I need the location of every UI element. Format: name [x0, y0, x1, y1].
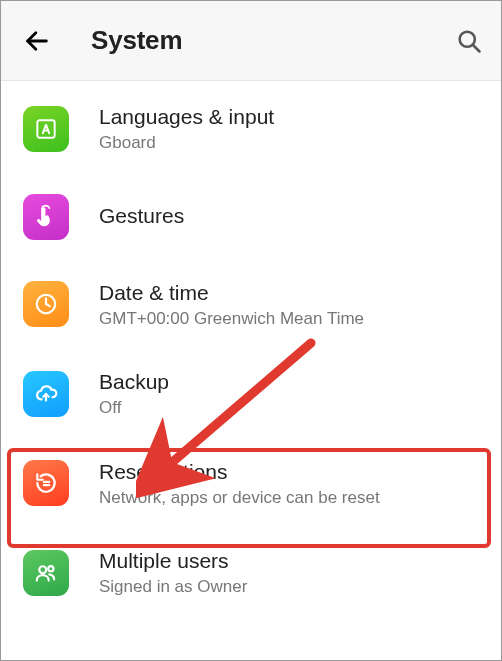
clock-icon [23, 281, 69, 327]
settings-item-date-time[interactable]: Date & time GMT+00:00 Greenwich Mean Tim… [1, 260, 501, 350]
search-button[interactable] [455, 27, 483, 55]
item-title: Multiple users [99, 548, 483, 574]
item-subtitle: GMT+00:00 Greenwich Mean Time [99, 308, 483, 329]
item-text: Backup Off [99, 369, 483, 419]
item-text: Reset options Network, apps or device ca… [99, 459, 483, 509]
settings-item-reset-options[interactable]: Reset options Network, apps or device ca… [1, 439, 501, 529]
settings-item-languages[interactable]: Languages & input Gboard [1, 84, 501, 174]
svg-rect-3 [37, 120, 54, 137]
item-subtitle: Network, apps or device can be reset [99, 487, 483, 508]
item-title: Date & time [99, 280, 483, 306]
item-title: Gestures [99, 203, 483, 229]
back-button[interactable] [23, 27, 51, 55]
page-title: System [91, 25, 455, 56]
svg-point-7 [39, 566, 46, 573]
item-subtitle: Gboard [99, 132, 483, 153]
settings-item-multiple-users[interactable]: Multiple users Signed in as Owner [1, 528, 501, 618]
search-icon [455, 27, 483, 55]
item-text: Gestures [99, 203, 483, 229]
item-title: Languages & input [99, 104, 483, 130]
app-header: System [1, 1, 501, 81]
item-text: Multiple users Signed in as Owner [99, 548, 483, 598]
arrow-back-icon [23, 27, 51, 55]
item-subtitle: Signed in as Owner [99, 576, 483, 597]
item-subtitle: Off [99, 397, 483, 418]
languages-icon [23, 106, 69, 152]
users-icon [23, 550, 69, 596]
item-text: Date & time GMT+00:00 Greenwich Mean Tim… [99, 280, 483, 330]
svg-point-8 [48, 566, 53, 571]
reset-icon [23, 460, 69, 506]
settings-item-gestures[interactable]: Gestures [1, 174, 501, 260]
item-text: Languages & input Gboard [99, 104, 483, 154]
item-title: Backup [99, 369, 483, 395]
gestures-icon [23, 194, 69, 240]
cloud-backup-icon [23, 371, 69, 417]
svg-line-2 [473, 44, 480, 51]
settings-item-backup[interactable]: Backup Off [1, 349, 501, 439]
settings-list: Languages & input Gboard Gestures Date &… [1, 81, 501, 618]
item-title: Reset options [99, 459, 483, 485]
